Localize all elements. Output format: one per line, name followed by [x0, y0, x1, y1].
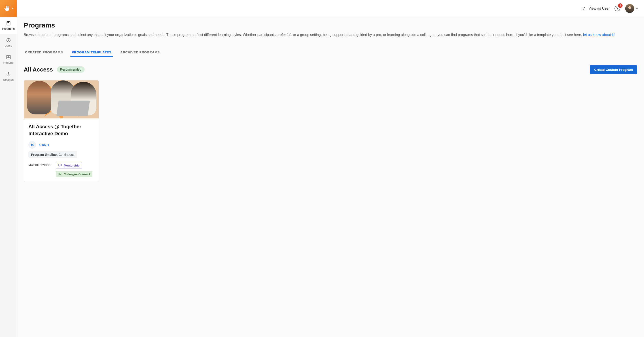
- bookmark-icon: [6, 21, 11, 26]
- program-template-card[interactable]: All Access @ Together Interactive Demo 1…: [24, 80, 99, 182]
- help-button[interactable]: 9: [614, 5, 621, 12]
- sidebar-item-users[interactable]: Users: [0, 34, 17, 51]
- sidebar-item-settings[interactable]: Settings: [0, 68, 17, 85]
- tab-created-programs[interactable]: CREATED PROGRAMS: [24, 48, 64, 57]
- sidebar-item-label: Reports: [3, 61, 14, 64]
- match-type-mentorship-label: Mentorship: [64, 164, 80, 167]
- swap-icon: [582, 6, 586, 11]
- view-as-user-button[interactable]: View as User: [582, 6, 610, 11]
- match-type-mentorship: Mentorship: [56, 162, 82, 169]
- chevron-down-icon: [636, 7, 639, 10]
- svg-point-19: [59, 173, 60, 174]
- view-as-label: View as User: [588, 6, 610, 10]
- let-us-know-link[interactable]: let us know about it!: [583, 33, 615, 37]
- chevron-down-icon: [12, 7, 14, 9]
- section-header: All Access Recommended Create Custom Pro…: [24, 65, 637, 74]
- create-custom-program-button[interactable]: Create Custom Program: [590, 65, 637, 74]
- tab-archived-programs[interactable]: ARCHIVED PROGRAMS: [119, 48, 161, 57]
- sidebar-item-label: Users: [5, 44, 12, 47]
- gear-icon: [6, 72, 11, 77]
- people-icon: [30, 143, 34, 147]
- presentation-icon: [58, 163, 62, 167]
- format-icon-wrap: [28, 141, 36, 149]
- recommended-badge: Recommended: [57, 66, 84, 73]
- match-types-label: MATCH TYPES:: [28, 162, 52, 167]
- match-type-colleague: Colleague Connect: [56, 171, 92, 177]
- profile-menu[interactable]: [625, 4, 639, 13]
- sidebar-item-programs[interactable]: Programs: [0, 17, 17, 34]
- topbar: View as User 9: [17, 0, 644, 17]
- avatar: [625, 4, 634, 13]
- page-title: Programs: [24, 21, 637, 29]
- notification-badge: 9: [618, 3, 622, 8]
- main: View as User 9 Programs Browse structure…: [17, 0, 644, 337]
- svg-point-18: [59, 166, 60, 167]
- tab-program-templates[interactable]: PROGRAM TEMPLATES: [70, 48, 113, 57]
- sidebar: Programs Users Reports Settings: [0, 0, 17, 337]
- sidebar-item-label: Programs: [2, 27, 14, 30]
- match-type-colleague-label: Colleague Connect: [64, 173, 90, 176]
- sidebar-item-label: Settings: [3, 78, 14, 81]
- hand-icon: [3, 5, 11, 12]
- page-description-text: Browse structured programs and select an…: [24, 33, 583, 37]
- user-icon: [6, 38, 11, 43]
- section-title: All Access: [24, 66, 53, 73]
- timeline-value: Continuous: [58, 153, 74, 156]
- org-logo-menu[interactable]: [0, 0, 17, 17]
- svg-point-20: [60, 173, 61, 174]
- svg-point-15: [31, 144, 32, 145]
- svg-rect-17: [58, 164, 62, 166]
- svg-point-16: [32, 144, 34, 145]
- timeline-label: Program timeline:: [31, 153, 58, 156]
- sidebar-item-reports[interactable]: Reports: [0, 51, 17, 68]
- svg-point-2: [8, 39, 9, 40]
- people-icon: [58, 172, 62, 176]
- content: Programs Browse structured programs and …: [17, 17, 644, 337]
- chart-icon: [6, 55, 11, 60]
- match-types-row: MATCH TYPES: Mentorship Colleague Connec…: [28, 162, 94, 177]
- card-title: All Access @ Together Interactive Demo: [28, 123, 94, 137]
- page-description: Browse structured programs and select an…: [24, 32, 637, 38]
- format-label: 1-ON-1: [39, 143, 49, 147]
- timeline-pill: Program timeline: Continuous: [28, 151, 77, 158]
- card-image: [24, 80, 98, 118]
- card-body: All Access @ Together Interactive Demo 1…: [24, 118, 98, 182]
- svg-point-4: [8, 73, 9, 75]
- tabs: CREATED PROGRAMS PROGRAM TEMPLATES ARCHI…: [24, 48, 637, 57]
